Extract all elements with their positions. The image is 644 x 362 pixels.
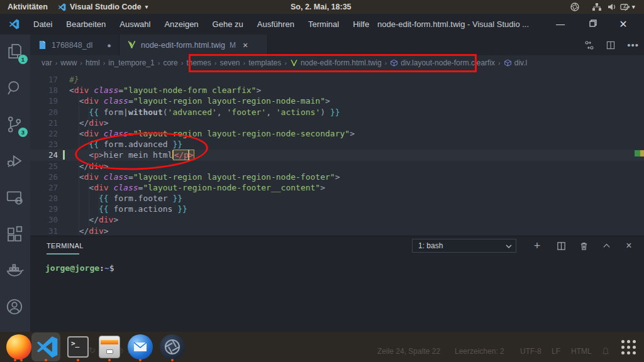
- sidebar-item-extensions[interactable]: [5, 224, 25, 244]
- breadcrumb-item[interactable]: html: [86, 58, 100, 67]
- breadcrumb-item[interactable]: var: [42, 58, 52, 67]
- activities-button[interactable]: Aktivitäten: [8, 0, 48, 14]
- line-number: 22: [30, 128, 58, 139]
- menu-hilfe[interactable]: Hilfe: [346, 14, 376, 35]
- editor-actions: •••: [584, 35, 639, 55]
- prompt-dollar: $: [109, 263, 114, 273]
- menu-terminal[interactable]: Terminal: [301, 14, 346, 35]
- sidebar-item-source-control[interactable]: 3: [5, 115, 25, 135]
- statusbar-item[interactable]: LF: [552, 347, 560, 356]
- file-icon: [38, 40, 47, 50]
- sidebar-item-docker[interactable]: [5, 261, 25, 281]
- close-window-button[interactable]: ✕: [614, 14, 633, 35]
- sidebar-item-search[interactable]: [5, 79, 25, 99]
- tab-node-edit-form[interactable]: node-edit-form.html.twig M ×: [119, 35, 268, 55]
- chevron-up-icon: [602, 241, 611, 251]
- desktop-screen: Aktivitäten Visual Studio Code ▾ So, 2. …: [0, 0, 644, 362]
- menu-bearbeiten[interactable]: Bearbeiten: [59, 14, 113, 35]
- dock-files-icon[interactable]: [99, 336, 120, 358]
- code-line[interactable]: 18<div class="layout-node-form clearfix"…: [30, 85, 644, 96]
- dock-firefox-icon[interactable]: [6, 334, 31, 359]
- prompt-path: ~: [104, 263, 109, 273]
- volume-icon[interactable]: [607, 2, 617, 12]
- kill-terminal-button[interactable]: [577, 238, 591, 253]
- terminal-shell-select[interactable]: 1: bash: [412, 239, 516, 253]
- code-line[interactable]: 27 <div class="layout-region-node-footer…: [30, 182, 644, 193]
- statusbar-item[interactable]: UTF-8: [520, 347, 541, 356]
- notifications-bell-icon[interactable]: [601, 347, 610, 356]
- modified-dot[interactable]: ●: [107, 41, 111, 49]
- ubuntu-dock: ↻ ⊘ ⚠ Zeile 24, Spalte 22Leerzeichen: 2U…: [0, 332, 644, 362]
- vscode-logo-icon: [9, 19, 19, 30]
- code-line[interactable]: 31 </div>: [30, 226, 644, 236]
- code-text: <div class="layout-region-node-footer__c…: [69, 182, 325, 193]
- line-number: 18: [30, 85, 58, 96]
- breadcrumb-item[interactable]: core: [163, 58, 177, 67]
- battery-icon[interactable]: [620, 2, 630, 12]
- extensions-icon: [5, 224, 24, 243]
- statusbar-item[interactable]: Zeile 24, Spalte 22: [377, 347, 440, 356]
- breadcrumb-label: var: [42, 58, 52, 67]
- dock-shutter-icon[interactable]: [160, 334, 185, 359]
- accounts-button[interactable]: [5, 297, 25, 317]
- chevron-down-icon: [506, 243, 512, 250]
- restore-button[interactable]: [584, 14, 602, 35]
- menu-ausführen[interactable]: Ausführen: [250, 14, 301, 35]
- line-number: 24: [30, 150, 58, 160]
- code-line[interactable]: 17#}: [30, 74, 644, 85]
- breadcrumb-separator: ›: [498, 59, 501, 67]
- system-menu-chevron-icon[interactable]: ▾: [632, 0, 635, 14]
- show-applications-icon[interactable]: [620, 339, 637, 356]
- statusbar-item[interactable]: HTML: [571, 347, 592, 356]
- maximize-panel-button[interactable]: [599, 238, 613, 253]
- line-number: 26: [30, 172, 58, 182]
- statusbar-item[interactable]: Leerzeichen: 2: [455, 347, 504, 356]
- close-tab-icon[interactable]: ×: [243, 40, 248, 50]
- split-terminal-button[interactable]: [554, 238, 568, 253]
- focused-app-menu[interactable]: Visual Studio Code ▾: [58, 0, 148, 14]
- new-terminal-button[interactable]: +: [530, 238, 544, 253]
- code-line[interactable]: 30 </div>: [30, 214, 644, 225]
- breadcrumb-item[interactable]: div.l: [504, 58, 527, 67]
- running-dot: [20, 359, 23, 361]
- sidebar-item-remote-explorer[interactable]: [5, 188, 25, 208]
- tab-1768848-dl[interactable]: 1768848_dl ●: [30, 35, 119, 55]
- search-icon: [5, 79, 24, 97]
- close-panel-button[interactable]: ×: [622, 238, 636, 253]
- network-icon[interactable]: [592, 2, 602, 12]
- code-line[interactable]: 21 </div>: [30, 118, 644, 128]
- breadcrumb-separator: ›: [103, 59, 106, 67]
- line-number: 23: [30, 139, 58, 150]
- menu-gehe-zu[interactable]: Gehe zu: [206, 14, 250, 35]
- running-dot: [139, 359, 142, 361]
- running-dot: [45, 359, 47, 361]
- running-dot: [14, 359, 16, 361]
- open-changes-icon[interactable]: [584, 40, 594, 50]
- ubuntu-top-bar: Aktivitäten Visual Studio Code ▾ So, 2. …: [0, 0, 644, 14]
- tab-terminal[interactable]: TERMINAL: [47, 242, 84, 250]
- breadcrumb-item[interactable]: www: [60, 58, 77, 67]
- sidebar-item-run-debug[interactable]: [5, 151, 25, 172]
- explorer-badge: 1: [18, 55, 28, 64]
- sidebar-item-explorer[interactable]: 1: [5, 42, 25, 62]
- code-line[interactable]: 28 {{ form.footer }}: [30, 193, 644, 204]
- split-editor-icon[interactable]: [606, 40, 616, 50]
- dock-terminal-icon[interactable]: >_: [67, 336, 89, 358]
- twig-icon: [127, 40, 136, 50]
- dock-thunderbird-icon[interactable]: [128, 334, 153, 359]
- menu-anzeigen[interactable]: Anzeigen: [157, 14, 205, 35]
- menu-auswahl[interactable]: Auswahl: [113, 14, 157, 35]
- clock[interactable]: So, 2. Mai, 18:35: [291, 0, 352, 14]
- minimize-button[interactable]: —: [551, 14, 570, 35]
- code-line[interactable]: 26 <div class="layout-region layout-regi…: [30, 172, 644, 182]
- code-line[interactable]: 29 {{ form.actions }}: [30, 204, 644, 214]
- code-line[interactable]: 20 {{ form|without('advanced', 'footer',…: [30, 107, 644, 118]
- more-actions-icon[interactable]: •••: [627, 40, 639, 50]
- menu-datei[interactable]: Datei: [26, 14, 59, 35]
- code-line[interactable]: 19 <div class="layout-region layout-regi…: [30, 96, 644, 106]
- dock-vscode-icon[interactable]: [35, 334, 60, 359]
- shutter-indicator-icon[interactable]: [570, 2, 580, 12]
- chevron-down-icon: ▾: [145, 0, 148, 14]
- breadcrumb-item[interactable]: in_tempore_1: [108, 58, 154, 67]
- terminal-prompt[interactable]: jorge@jorge:~$: [45, 263, 114, 274]
